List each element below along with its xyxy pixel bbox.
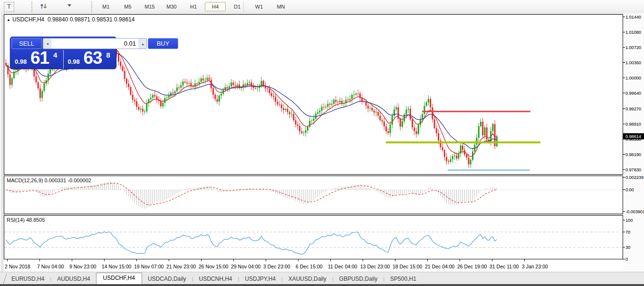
rsi-axis-label: 30 <box>625 245 630 250</box>
buy-price-big: 63 <box>84 48 102 68</box>
axis-tick <box>623 62 625 63</box>
time-axis-label: 2 Nov 2018 <box>5 264 30 269</box>
rsi-chart[interactable] <box>4 216 623 259</box>
chart-tabs: EURUSD,H4|AUDUSD,H4USDCHF,H4USDCAD,Daily… <box>6 274 422 284</box>
macd-signal-line <box>6 183 497 205</box>
axis-tick <box>623 189 625 190</box>
time-tick <box>39 259 40 261</box>
time-tick <box>427 259 428 261</box>
current-price-badge: 0.98614 <box>623 133 644 139</box>
buy-price-pips: 8 <box>106 51 110 59</box>
time-axis-label: 7 Nov 04:00 <box>37 264 64 269</box>
volume-input[interactable] <box>51 39 138 49</box>
volume-increase-button[interactable]: ▲ <box>138 39 146 49</box>
time-tick <box>104 259 105 261</box>
time-tick <box>363 259 363 261</box>
toolbar-grip[interactable] <box>91 1 94 12</box>
cursor-arrows-button[interactable] <box>40 2 73 11</box>
tab-xauusd-daily[interactable]: XAUUSD,Daily <box>283 274 332 284</box>
time-axis-label: 9 Nov 23:00 <box>69 264 96 269</box>
time-axis-label: 3 Dec 23:00 <box>263 264 290 269</box>
rsi-pane[interactable]: RSI(14) 48.8505 <box>4 215 623 259</box>
axis-tick <box>623 93 625 93</box>
timeframe-w1[interactable]: W1 <box>249 2 269 11</box>
toolbar-grip[interactable] <box>31 1 34 12</box>
tab-usdjpy-h4[interactable]: USDJPY,H4 <box>239 274 281 284</box>
price-axis-label: 0.98910 <box>625 121 641 127</box>
macd-histogram <box>6 182 497 209</box>
top-toolbar: T M1M5M15M30H1H4D1W1MN <box>0 0 644 14</box>
price-axis[interactable]: 1.014401.010801.007201.003601.000000.996… <box>623 13 644 272</box>
macd-chart[interactable] <box>4 176 623 214</box>
buy-price-prefix: 0.98 <box>68 58 80 65</box>
time-axis-label: 29 Nov 04:00 <box>231 264 260 269</box>
volume-box: ▼ ▲ <box>43 38 147 49</box>
collapse-icon[interactable]: ▲ <box>7 18 10 22</box>
tab-usdcad-daily[interactable]: USDCAD,Daily <box>142 274 192 284</box>
timeframe-h1[interactable]: H1 <box>183 2 204 11</box>
buy-price-button[interactable]: 0.98 63 8 <box>64 50 116 69</box>
axis-tick <box>623 169 625 170</box>
time-tick <box>395 259 395 261</box>
axis-tick <box>623 211 625 212</box>
axis-tick <box>623 220 625 220</box>
time-axis-label: 3 Jan 23:00 <box>522 264 548 269</box>
time-tick <box>298 259 298 261</box>
axis-tick <box>623 232 625 232</box>
volume-decrease-button[interactable]: ▼ <box>43 39 51 49</box>
tab-usdcnh-h4[interactable]: USDCNH,H4 <box>193 274 238 284</box>
price-axis-label: 0.97830 <box>625 167 641 172</box>
time-tick <box>330 259 331 261</box>
chart-ohlc-values: 0.98840 0.98871 0.98531 0.98614 <box>48 16 135 23</box>
timeframe-h4[interactable]: H4 <box>205 2 226 11</box>
timeframe-mn[interactable]: MN <box>270 2 291 11</box>
sell-price-button[interactable]: 0.98 61 4 <box>10 50 64 69</box>
time-tick <box>201 259 202 261</box>
tab-sp500-h1[interactable]: SP500,H1 <box>384 274 422 284</box>
time-axis[interactable]: 2 Nov 20187 Nov 04:009 Nov 23:0014 Nov 1… <box>4 259 623 272</box>
time-tick <box>72 259 72 261</box>
time-axis-label: 21 Nov 23:00 <box>166 264 196 269</box>
tab-audusd-h4[interactable]: AUDUSD,H4 <box>51 274 96 284</box>
time-axis-label: 31 Dec 11:00 <box>490 264 519 269</box>
time-tick <box>169 259 169 261</box>
time-tick <box>7 259 8 261</box>
time-axis-label: 11 Dec 04:00 <box>328 264 357 269</box>
timeframe-d1[interactable]: D1 <box>227 2 248 11</box>
time-axis-label: 21 Dec 04:00 <box>425 264 454 269</box>
macd-axis-label: -0.003901 <box>625 209 644 214</box>
timeframe-m30[interactable]: M30 <box>161 2 182 11</box>
dropdown-caret-icon[interactable] <box>67 4 71 7</box>
tab-usdchf-h4[interactable]: USDCHF,H4 <box>96 273 142 284</box>
axis-tick <box>623 17 625 17</box>
toolbar-separator <box>243 1 244 12</box>
macd-pane[interactable]: MACD(12,26,9) 0.000331 -0.000002 <box>4 176 623 214</box>
main-chart-pane[interactable]: ▲USDCHF,H4 0.98840 0.98871 0.98531 0.986… <box>4 14 623 175</box>
axis-tick <box>623 108 625 109</box>
timeframe-m5[interactable]: M5 <box>117 2 138 11</box>
axis-tick <box>623 177 625 178</box>
price-axis-label: 1.01440 <box>625 14 641 20</box>
time-axis-label: 18 Dec 15:00 <box>393 264 422 269</box>
timeframe-buttons: M1M5M15M30H1H4D1W1MN <box>95 1 292 12</box>
time-tick <box>524 259 525 261</box>
time-axis-label: 13 Dec 23:00 <box>360 264 390 269</box>
timeframe-m15[interactable]: M15 <box>139 2 160 11</box>
rsi-axis-label: 70 <box>625 229 630 235</box>
buy-button[interactable]: BUY <box>148 38 178 49</box>
tab-gbpusd-daily[interactable]: GBPUSD,Daily <box>334 274 384 284</box>
time-axis-label: 26 Nov 15:00 <box>199 264 228 269</box>
text-tool-button[interactable]: T <box>4 2 14 12</box>
chart-symbol-header: ▲USDCHF,H4 0.98840 0.98871 0.98531 0.986… <box>7 16 135 23</box>
axis-tick <box>623 247 625 247</box>
timeframe-m1[interactable]: M1 <box>96 2 116 11</box>
tab-eurusd-h4[interactable]: EURUSD,H4 <box>6 274 50 284</box>
time-axis-label: 6 Dec 15:00 <box>296 264 323 269</box>
axis-tick <box>623 47 625 48</box>
axis-tick <box>623 259 625 259</box>
price-axis-label: 1.01080 <box>625 30 641 35</box>
price-axis-label: 1.00360 <box>625 60 641 65</box>
sell-button[interactable]: SELL <box>11 38 42 49</box>
sell-price-pips: 4 <box>53 51 57 59</box>
time-tick <box>266 259 266 261</box>
